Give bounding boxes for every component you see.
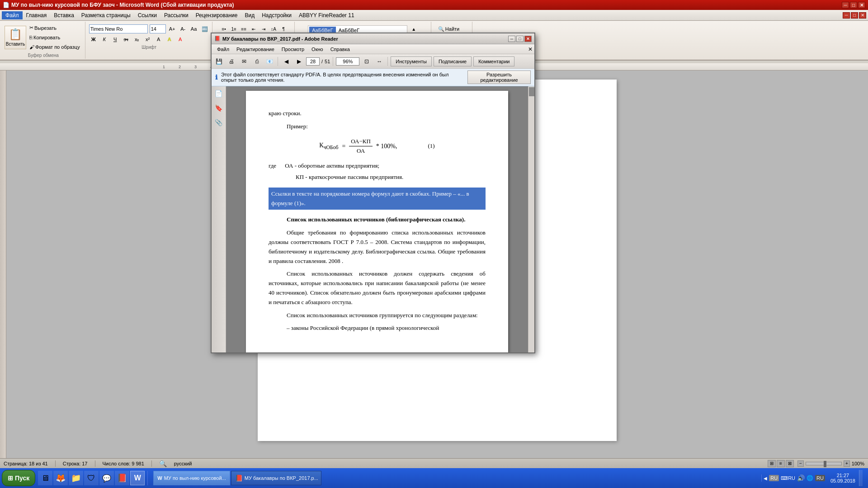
adobe-restore-btn[interactable]: □ bbox=[516, 36, 524, 42]
font-size-input[interactable] bbox=[150, 24, 166, 33]
adobe-next-btn[interactable]: ▶ bbox=[293, 56, 304, 67]
adobe-panel-bookmarks-btn[interactable]: 🔖 bbox=[213, 103, 224, 113]
numbering-button[interactable]: 1≡ bbox=[229, 24, 238, 33]
ql-folder[interactable]: 📁 bbox=[69, 471, 83, 485]
close-button[interactable]: ✕ bbox=[858, 2, 865, 8]
word-restore[interactable]: □ bbox=[851, 12, 858, 19]
paste-button[interactable]: 📋 Вставить bbox=[5, 26, 26, 49]
font-name-input[interactable] bbox=[89, 24, 148, 33]
clipboard-group: 📋 Вставить ✂ Вырезать ⎘ Копировать 🖌 bbox=[2, 22, 85, 59]
zoom-out-btn[interactable]: − bbox=[797, 460, 804, 467]
adobe-scroll-thumb[interactable] bbox=[529, 87, 534, 96]
minimize-button[interactable]: ─ bbox=[842, 2, 849, 8]
adobe-envelope-btn[interactable]: 📧 bbox=[264, 56, 275, 67]
menu-view[interactable]: Вид bbox=[241, 11, 258, 19]
shrink-font-button[interactable]: A- bbox=[179, 24, 188, 33]
copy-button[interactable]: ⎘ Копировать bbox=[27, 33, 82, 42]
adobe-close-btn[interactable]: ✕ bbox=[524, 36, 532, 42]
taskbar-item-adobe[interactable]: 📕 МУ бакалавры по ВКР_2017.p... bbox=[231, 471, 321, 485]
italic-button[interactable]: К bbox=[100, 35, 109, 44]
adobe-save-btn[interactable]: 💾 bbox=[213, 56, 224, 67]
find-button[interactable]: 🔍 Найти bbox=[436, 24, 468, 33]
adobe-menu-file[interactable]: Файл bbox=[213, 46, 233, 53]
sort-button[interactable]: ↕A bbox=[269, 24, 278, 33]
zoom-slider[interactable] bbox=[806, 462, 842, 465]
tray-volume-icon[interactable]: 🔊 bbox=[797, 474, 805, 482]
menu-review[interactable]: Рецензирование bbox=[192, 11, 241, 19]
clock[interactable]: 21:27 05.09.2018 bbox=[830, 473, 855, 483]
menu-mailings[interactable]: Рассылки bbox=[160, 11, 192, 19]
ql-word[interactable]: W bbox=[130, 471, 145, 485]
adobe-menu-edit[interactable]: Редактирование bbox=[233, 46, 278, 53]
format-painter-button[interactable]: 🖌 Формат по образцу bbox=[27, 42, 82, 52]
menu-insert[interactable]: Вставка bbox=[50, 11, 78, 19]
bullets-button[interactable]: ≡• bbox=[219, 24, 228, 33]
adobe-menu-window[interactable]: Окно bbox=[308, 46, 327, 53]
word-close[interactable]: ✕ bbox=[859, 12, 866, 19]
adobe-menu-help[interactable]: Справка bbox=[327, 46, 354, 53]
ql-skype[interactable]: 💬 bbox=[99, 471, 114, 485]
text-effects-button[interactable]: A bbox=[154, 35, 163, 44]
format-painter-icon: 🖌 bbox=[29, 44, 34, 50]
word-minimize[interactable]: ─ bbox=[843, 12, 850, 19]
menu-references[interactable]: Ссылки bbox=[134, 11, 160, 19]
multilevel-button[interactable]: ≡≡ bbox=[239, 24, 248, 33]
ql-acrobat[interactable]: 📕 bbox=[115, 471, 129, 485]
adobe-fit-width-btn[interactable]: ↔ bbox=[374, 56, 385, 67]
adobe-panel-attach-btn[interactable]: 📎 bbox=[213, 117, 224, 128]
more-font-button[interactable]: 🔤 bbox=[200, 24, 209, 33]
zoom-in-btn[interactable]: + bbox=[844, 460, 850, 467]
adobe-minimize-btn[interactable]: ─ bbox=[508, 36, 515, 42]
view-web-btn[interactable]: ⊠ bbox=[786, 460, 794, 467]
adobe-page-input[interactable] bbox=[306, 57, 320, 66]
adobe-content[interactable]: краю строки. Пример: КчОБоб = ОА−КП ОА *… bbox=[226, 86, 528, 352]
view-full-btn[interactable]: ≡ bbox=[777, 460, 785, 467]
superscript-button[interactable]: x² bbox=[143, 35, 152, 44]
ql-show-desktop[interactable]: 🖥 bbox=[38, 471, 52, 485]
start-button[interactable]: ⊞ Пуск bbox=[2, 470, 35, 486]
show-marks-button[interactable]: ¶ bbox=[279, 24, 288, 33]
adobe-zoom-input[interactable] bbox=[336, 57, 359, 66]
font-color-button[interactable]: A bbox=[176, 35, 185, 44]
menu-home[interactable]: Главная bbox=[23, 11, 51, 19]
content-para4: – законы Российской Федерации (в прямой … bbox=[269, 324, 486, 333]
highlight-color-button[interactable]: A bbox=[165, 35, 174, 44]
styles-up-button[interactable]: ▲ bbox=[409, 24, 418, 33]
adobe-menu-view[interactable]: Просмотр bbox=[278, 46, 308, 53]
increase-indent-button[interactable]: ⇥ bbox=[259, 24, 268, 33]
taskbar-item-word[interactable]: W МУ по выл-нию курсовой... bbox=[153, 471, 230, 485]
clear-format-button[interactable]: Аа bbox=[189, 24, 198, 33]
view-print-btn[interactable]: ⊞ bbox=[768, 460, 776, 467]
grow-font-button[interactable]: A+ bbox=[168, 24, 177, 33]
menu-file[interactable]: Файл bbox=[2, 11, 23, 19]
maximize-button[interactable]: □ bbox=[850, 2, 857, 8]
adobe-email-btn[interactable]: ✉ bbox=[239, 56, 250, 67]
adobe-fit-btn[interactable]: ⊡ bbox=[361, 56, 372, 67]
tray-arrow[interactable]: ◀ bbox=[764, 476, 767, 481]
adobe-scrollbar[interactable] bbox=[528, 86, 534, 352]
adobe-panel-pages-btn[interactable]: 📄 bbox=[213, 88, 224, 99]
adobe-print2-btn[interactable]: ⎙ bbox=[251, 56, 262, 67]
cut-button[interactable]: ✂ Вырезать bbox=[27, 23, 82, 33]
decrease-indent-button[interactable]: ⇤ bbox=[249, 24, 258, 33]
adobe-sign-btn[interactable]: Подписание bbox=[434, 56, 472, 66]
zoom-slider-thumb[interactable] bbox=[824, 461, 826, 467]
adobe-comments-btn[interactable]: Комментарии bbox=[473, 56, 514, 66]
bold-button[interactable]: Ж bbox=[89, 35, 98, 44]
strikethrough-button[interactable]: зч bbox=[122, 35, 131, 44]
adobe-tools-btn[interactable]: Инструменты bbox=[391, 56, 432, 66]
show-desktop-btn[interactable] bbox=[859, 470, 863, 486]
adobe-close-x[interactable]: ✕ bbox=[528, 46, 533, 52]
menu-page-layout[interactable]: Разметка страницы bbox=[78, 11, 134, 19]
tray-network-icon[interactable]: 🌐 bbox=[807, 475, 813, 481]
status-spellcheck-icon[interactable]: 🔍 bbox=[159, 460, 167, 467]
subscript-button[interactable]: x₂ bbox=[132, 35, 142, 44]
adobe-print-btn[interactable]: 🖨 bbox=[226, 56, 237, 67]
menu-addins[interactable]: Надстройки bbox=[258, 11, 295, 19]
menu-abbyy[interactable]: ABBYY FineReader 11 bbox=[295, 11, 358, 19]
ql-firefox[interactable]: 🦊 bbox=[53, 471, 68, 485]
adobe-prev-btn[interactable]: ◀ bbox=[281, 56, 292, 67]
ql-antivirus[interactable]: 🛡 bbox=[84, 471, 99, 485]
adobe-allow-edit-button[interactable]: Разрешить редактирование bbox=[467, 70, 531, 84]
underline-button[interactable]: Ч bbox=[111, 35, 120, 44]
